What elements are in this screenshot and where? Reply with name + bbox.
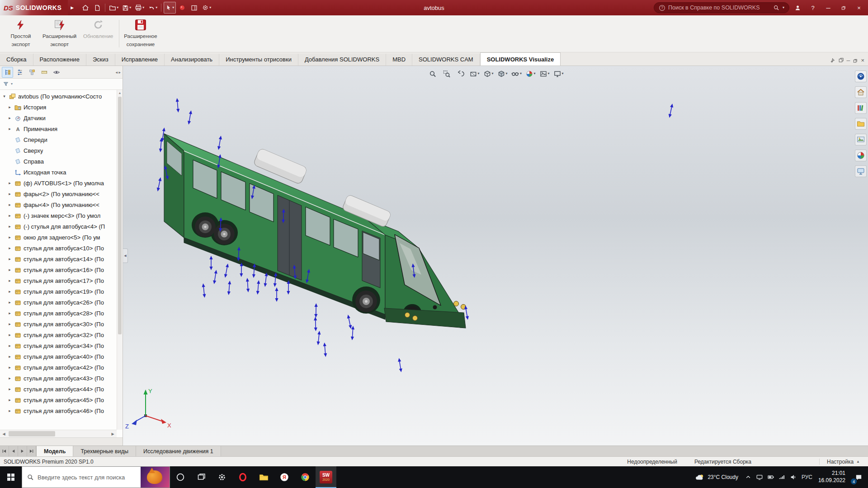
tree-item[interactable]: ▸стулья для автобуса<30> (По bbox=[0, 319, 123, 329]
ribbon-tab[interactable]: Сборка bbox=[0, 54, 33, 66]
tree-item[interactable]: ▸стулья для автобуса<26> (По bbox=[0, 297, 123, 308]
tree-item[interactable]: Справа bbox=[0, 156, 123, 167]
task-panes-button[interactable] bbox=[189, 2, 199, 14]
expand-arrow-icon[interactable]: ▸ bbox=[7, 224, 12, 229]
tray-volume-button[interactable] bbox=[788, 466, 799, 488]
expand-arrow-icon[interactable]: ▸ bbox=[7, 322, 12, 326]
taskbar-clock[interactable]: 21:01 16.09.2022 bbox=[815, 470, 849, 484]
document-tab[interactable]: Трехмерные виды bbox=[73, 446, 136, 456]
ribbon-tab[interactable]: SOLIDWORKS Visualize bbox=[480, 52, 561, 66]
scroll-up-icon[interactable]: ▲ bbox=[117, 90, 123, 96]
file-explorer-button[interactable] bbox=[855, 118, 867, 130]
yandex-taskbar-button[interactable]: Я bbox=[274, 466, 295, 488]
menu-expand-icon[interactable]: ▶ bbox=[68, 5, 76, 10]
open-button[interactable]: ▾ bbox=[108, 2, 120, 14]
chrome-taskbar-button[interactable] bbox=[295, 466, 316, 488]
ribbon-tab[interactable]: SOLIDWORKS CAM bbox=[412, 54, 480, 66]
filter-caret-icon[interactable]: ▾ bbox=[11, 82, 13, 86]
expand-arrow-icon[interactable]: ▸ bbox=[7, 343, 12, 348]
undo-button[interactable]: ▾ bbox=[146, 2, 159, 14]
tree-item[interactable]: ▸стулья для автобуса<28> (По bbox=[0, 308, 123, 319]
task-view-taskbar-button[interactable] bbox=[191, 466, 212, 488]
update-refresh-button[interactable]: Обновление bbox=[79, 15, 117, 52]
view-palette-button[interactable] bbox=[855, 134, 867, 145]
panel-configurations-tab[interactable] bbox=[26, 67, 38, 78]
new-document-button[interactable] bbox=[92, 2, 103, 14]
expand-arrow-icon[interactable]: ▸ bbox=[7, 300, 12, 305]
tab-scroll-next[interactable] bbox=[18, 446, 27, 456]
zoom-fit-button[interactable] bbox=[427, 68, 438, 79]
tree-item[interactable]: ▸стулья для автобуса<45> (По bbox=[0, 394, 123, 405]
expand-arrow-icon[interactable]: ▸ bbox=[7, 192, 12, 196]
viewport-3d-scene[interactable]: Y X Z bbox=[123, 66, 868, 446]
doc-pin-icon[interactable] bbox=[830, 57, 835, 63]
settings-gear-taskbar-button[interactable] bbox=[212, 466, 232, 488]
tray-overflow-button[interactable] bbox=[743, 466, 754, 488]
tree-item[interactable]: ▸стулья для автобуса<44> (По bbox=[0, 384, 123, 394]
previous-view-button[interactable] bbox=[455, 68, 466, 79]
minimize-button[interactable]: ─ bbox=[821, 1, 835, 14]
tray-network-button[interactable] bbox=[777, 466, 788, 488]
filter-funnel-icon[interactable] bbox=[3, 81, 9, 87]
scroll-thumb[interactable] bbox=[118, 97, 122, 334]
hide-show-items-button[interactable]: ▾ bbox=[511, 68, 522, 79]
help-search-input[interactable] bbox=[668, 5, 770, 11]
ribbon-tab[interactable]: Инструменты отрисовки bbox=[219, 54, 298, 66]
tree-item[interactable]: ▸стулья для автобуса<42> (По bbox=[0, 362, 123, 373]
expand-arrow-icon[interactable]: ▸ bbox=[7, 278, 12, 283]
ribbon-tab[interactable]: Исправление bbox=[115, 54, 165, 66]
taskbar-search[interactable] bbox=[22, 466, 170, 488]
expand-arrow-icon[interactable]: ▸ bbox=[7, 257, 12, 261]
expand-arrow-icon[interactable]: ▸ bbox=[7, 387, 12, 391]
panel-display-tab[interactable] bbox=[51, 67, 62, 78]
view-orientation-button[interactable]: ▾ bbox=[483, 68, 494, 79]
tree-item[interactable]: ▸AПримечания bbox=[0, 123, 123, 134]
search-highlight-image[interactable] bbox=[141, 467, 170, 488]
search-magnifier-light-icon[interactable] bbox=[773, 5, 779, 11]
expand-arrow-icon[interactable]: ▸ bbox=[7, 398, 12, 402]
doc-new-window-icon[interactable] bbox=[838, 57, 844, 63]
expand-arrow-icon[interactable]: ▸ bbox=[7, 116, 12, 120]
taskbar-search-input[interactable] bbox=[38, 474, 137, 481]
tree-item[interactable]: ▸фары<4> (По умолчанию<< bbox=[0, 199, 123, 210]
expand-arrow-icon[interactable]: ▸ bbox=[7, 354, 12, 359]
restore-button[interactable] bbox=[836, 1, 851, 14]
panel-tab-scroll[interactable]: ◂ ▸ bbox=[115, 70, 121, 75]
save-button[interactable]: ▾ bbox=[121, 2, 132, 14]
tree-item[interactable]: ▸окно для заднего<5> (По ум bbox=[0, 232, 123, 243]
expand-arrow-icon[interactable]: ▸ bbox=[7, 127, 12, 131]
tree-item[interactable]: ▸стулья для автобуса<14> (По bbox=[0, 253, 123, 264]
print-button[interactable]: ▾ bbox=[133, 2, 146, 14]
close-button[interactable]: × bbox=[852, 1, 866, 14]
solidworks-forum-button[interactable] bbox=[855, 165, 867, 177]
bus-model[interactable] bbox=[164, 134, 466, 328]
display-style-button[interactable]: ▾ bbox=[497, 68, 508, 79]
doc-close-button[interactable]: × bbox=[861, 57, 864, 64]
tab-scroll-last[interactable] bbox=[27, 446, 36, 456]
solidworks-resources-button[interactable] bbox=[855, 86, 867, 98]
scroll-left-icon[interactable]: ◀ bbox=[0, 430, 8, 437]
cortana-taskbar-button[interactable] bbox=[170, 466, 191, 488]
select-cursor-button[interactable]: ▾ bbox=[164, 2, 176, 14]
home-button[interactable] bbox=[80, 2, 91, 14]
ribbon-tab[interactable]: Расположение bbox=[33, 54, 86, 66]
tree-item[interactable]: ▸(-) значек мерс<3> (По умол bbox=[0, 210, 123, 221]
solidworks-logo[interactable]: DS SOLIDWORKS bbox=[0, 0, 68, 15]
tree-item[interactable]: ▸(-) стулья для автобуса<4> (П bbox=[0, 221, 123, 232]
expand-arrow-icon[interactable]: ▸ bbox=[7, 202, 12, 207]
expand-arrow-icon[interactable]: ▸ bbox=[7, 181, 12, 185]
help-button[interactable]: ? bbox=[806, 1, 820, 14]
expand-arrow-icon[interactable]: ▸ bbox=[7, 213, 12, 218]
notification-center-button[interactable]: 4 bbox=[849, 466, 868, 488]
expand-arrow-icon[interactable]: ▸ bbox=[7, 267, 12, 272]
scroll-thumb[interactable] bbox=[9, 431, 55, 436]
tree-item[interactable]: ▸стулья для автобуса<16> (По bbox=[0, 264, 123, 275]
appearances-scenes-button[interactable] bbox=[855, 150, 867, 161]
expand-arrow-icon[interactable]: ▸ bbox=[7, 333, 12, 337]
document-tab[interactable]: Модель bbox=[36, 446, 73, 456]
expand-arrow-icon[interactable]: ▸ bbox=[7, 365, 12, 370]
expand-arrow-icon[interactable]: ▸ bbox=[7, 289, 12, 294]
ribbon-tab[interactable]: Эскиз bbox=[86, 54, 115, 66]
tree-item[interactable]: Спереди bbox=[0, 134, 123, 145]
visualize-boost-button[interactable] bbox=[855, 70, 867, 82]
